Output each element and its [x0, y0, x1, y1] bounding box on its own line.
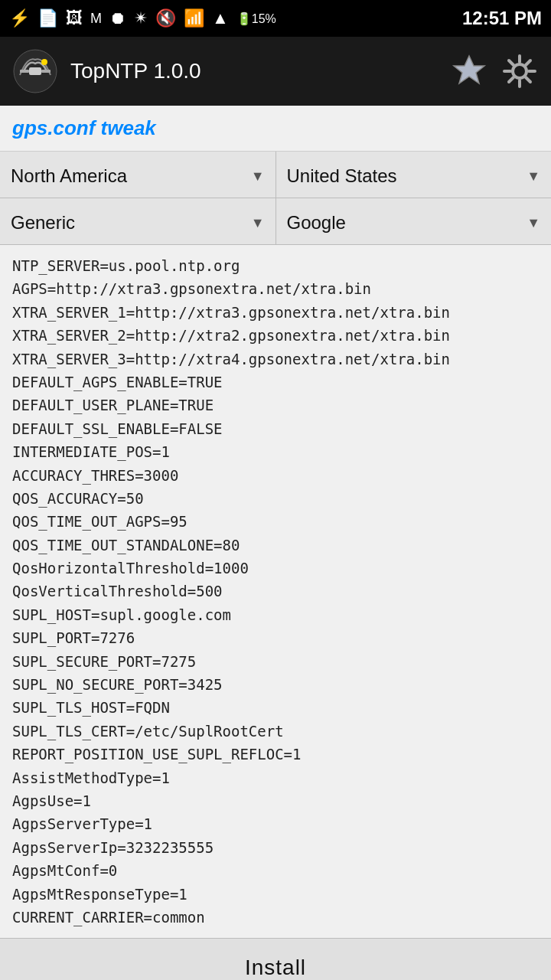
battery-icon: 🔋15% — [236, 11, 276, 26]
svg-rect-2 — [20, 70, 29, 73]
section-header: gps.conf tweak — [0, 106, 551, 152]
app-logo — [12, 48, 58, 94]
region-arrow-icon: ▼ — [251, 168, 265, 185]
status-time: 12:51 PM — [462, 8, 542, 29]
star-icon[interactable] — [450, 52, 488, 90]
record-icon: ⏺ — [109, 8, 126, 28]
dropdown-row-1: North America ▼ United States ▼ — [0, 152, 551, 198]
region-label: North America — [11, 165, 127, 187]
config-text: NTP_SERVER=us.pool.ntp.org AGPS=http://x… — [12, 254, 539, 929]
mute-icon: 🔇 — [155, 8, 176, 28]
provider-label: Google — [287, 212, 346, 234]
svg-marker-5 — [454, 56, 484, 83]
svg-rect-3 — [41, 70, 51, 73]
wifi-icon: 📶 — [184, 8, 204, 28]
svg-line-13 — [526, 60, 530, 65]
app-bar-actions — [450, 52, 539, 90]
file-icon: 📄 — [37, 8, 58, 28]
status-bar: ⚡ 📄 🖼 M ⏺ ✴ 🔇 📶 ▲ 🔋15% 12:51 PM — [0, 0, 551, 37]
gmail-icon: M — [90, 11, 102, 27]
svg-line-14 — [509, 77, 514, 82]
bluetooth-icon: ✴ — [134, 8, 148, 28]
section-header-text: gps.conf tweak — [12, 116, 156, 139]
status-right: 12:51 PM — [458, 8, 542, 29]
svg-line-11 — [509, 60, 514, 65]
region-dropdown[interactable]: North America ▼ — [0, 152, 276, 198]
app-bar: TopNTP 1.0.0 — [0, 37, 551, 106]
svg-point-4 — [41, 59, 47, 65]
svg-point-6 — [513, 64, 527, 78]
config-content-area: NTP_SERVER=us.pool.ntp.org AGPS=http://x… — [0, 245, 551, 938]
status-icons-left: ⚡ 📄 🖼 M ⏺ ✴ 🔇 📶 ▲ 🔋15% — [9, 8, 276, 28]
country-arrow-icon: ▼ — [527, 168, 540, 185]
provider-arrow-icon: ▼ — [527, 215, 540, 231]
country-label: United States — [287, 165, 397, 187]
usb-icon: ⚡ — [9, 8, 30, 28]
app-title: TopNTP 1.0.0 — [70, 59, 438, 83]
svg-rect-1 — [29, 67, 41, 75]
svg-line-12 — [526, 77, 530, 82]
install-button[interactable]: Install — [245, 956, 306, 980]
type-label: Generic — [11, 212, 75, 234]
gear-icon[interactable] — [500, 52, 539, 90]
satellite-icon — [12, 48, 58, 94]
country-dropdown[interactable]: United States ▼ — [276, 152, 552, 198]
image-icon: 🖼 — [66, 8, 83, 28]
install-footer: Install — [0, 938, 551, 980]
type-dropdown[interactable]: Generic ▼ — [0, 198, 276, 244]
signal-icon: ▲ — [212, 8, 229, 28]
dropdown-row-2: Generic ▼ Google ▼ — [0, 198, 551, 245]
provider-dropdown[interactable]: Google ▼ — [276, 198, 552, 244]
type-arrow-icon: ▼ — [251, 215, 265, 231]
